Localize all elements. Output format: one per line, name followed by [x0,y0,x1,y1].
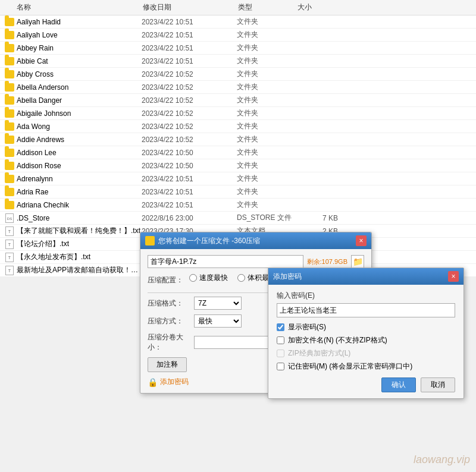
file-manager: 名称 修改日期 类型 大小 Aaliyah Hadid 2023/4/22 10… [0,0,476,262]
file-type: 文件夹 [237,187,296,197]
volume-select[interactable] [194,336,277,349]
file-name: 最新地址及APP请发邮箱自动获取！！！... [17,265,142,275]
file-name: Adrenalynn [17,175,142,183]
zip-dialog-close-button[interactable]: × [356,235,367,246]
folder-icon [5,136,14,144]
table-row[interactable]: Adria Rae 2023/4/22 10:51 文件夹 [0,185,476,199]
zip-encrypt-label: ZIP经典加密方式(L) [288,348,350,358]
remember-password-label: 记住密码(M) (将会显示正常密码弹口中) [288,361,412,372]
format-label: 压缩格式： [148,298,189,309]
filename-input[interactable] [148,255,303,268]
table-row[interactable]: Abigaile Johnson 2023/4/22 10:52 文件夹 [0,107,476,120]
encrypt-filename-row: 加密文件名(N) (不支持ZIP格式) [277,335,455,345]
file-date: 2023/4/22 10:52 [142,83,237,92]
file-name: .DS_Store [17,214,142,222]
password-dialog-titlebar: 添加密码 × [268,268,464,285]
radio-fastest-input[interactable] [189,274,197,282]
table-row[interactable]: Aaliyah Hadid 2023/4/22 10:51 文件夹 [0,15,476,29]
file-type: DS_STORE 文件 [237,213,296,223]
show-password-checkbox[interactable] [277,323,284,331]
password-input[interactable] [277,303,455,317]
table-row[interactable]: Aaliyah Love 2023/4/22 10:51 文件夹 [0,29,476,42]
file-date: 2022/8/16 23:00 [142,214,237,222]
file-type: 文件夹 [237,69,296,79]
file-name: Adriana Chechik [17,201,142,209]
file-name: Abella Danger [17,96,142,105]
table-row[interactable]: Abbey Rain 2023/4/22 10:51 文件夹 [0,42,476,55]
table-row[interactable]: Addison Rose 2023/4/22 10:50 文件夹 [0,159,476,172]
file-date: 2023/4/22 10:51 [142,201,237,209]
radio-smallest-input[interactable] [237,274,245,282]
header-size: 大小 [298,2,345,12]
folder-icon [5,96,14,105]
remember-password-checkbox[interactable] [277,363,284,370]
zip-encrypt-row: ZIP经典加密方式(L) [277,348,455,358]
file-name: 【永久地址发布页】.txt [17,252,142,262]
encrypt-filename-checkbox[interactable] [277,336,284,344]
folder-icon [5,149,14,157]
confirm-button[interactable]: 确认 [381,377,416,392]
table-row[interactable]: Abella Anderson 2023/4/22 10:52 文件夹 [0,81,476,94]
file-type: 文件夹 [237,134,296,144]
file-type: 文件夹 [237,161,296,171]
table-row[interactable]: Ada Wong 2023/4/22 10:52 文件夹 [0,120,476,133]
table-row[interactable]: Addie Andrews 2023/4/22 10:52 文件夹 [0,133,476,146]
file-type: 文件夹 [237,121,296,131]
folder-icon [5,109,14,118]
show-password-row: 显示密码(S) [277,322,455,332]
file-date: 2023/4/22 10:52 [142,70,237,78]
table-row[interactable]: Adrenalynn 2023/4/22 10:51 文件夹 [0,172,476,185]
format-select[interactable]: 7Z ZIP [194,297,242,310]
volume-label: 压缩分卷大小： [148,332,189,353]
file-date: 2023/4/22 10:52 [142,136,237,144]
file-icon: DS [5,213,14,223]
file-date: 2023/4/22 10:51 [142,175,237,183]
file-date: 2023/4/22 10:52 [142,109,237,118]
add-password-label: 添加密码 [160,377,189,387]
file-name: Abigaile Johnson [17,109,142,118]
folder-icon [5,175,14,183]
file-type: 文件夹 [237,200,296,210]
table-row[interactable]: Addison Lee 2023/4/22 10:50 文件夹 [0,146,476,159]
table-row[interactable]: Abbie Cat 2023/4/22 10:51 文件夹 [0,55,476,68]
table-header: 名称 修改日期 类型 大小 [0,0,476,15]
disk-icon-button[interactable]: 📁 [351,255,364,268]
file-date: 2023/4/22 10:51 [142,57,237,65]
folder-icon [5,18,14,26]
zip-dialog-title-left: 您将创建一个压缩文件 -360压缩 [145,236,260,246]
txt-icon: T [5,226,14,236]
password-dialog-close-button[interactable]: × [448,271,459,282]
file-date: 2023/4/22 10:51 [142,31,237,39]
cancel-button[interactable]: 取消 [421,377,455,392]
folder-icon [5,188,14,196]
file-name: Abella Anderson [17,83,142,92]
file-name: Addie Andrews [17,136,142,144]
header-date: 修改日期 [143,2,238,12]
header-type: 类型 [238,2,298,12]
radio-fastest[interactable]: 速度最快 [189,273,228,283]
file-name: Adria Rae [17,188,142,196]
folder-icon [5,201,14,209]
file-date: 2023/4/22 10:52 [142,96,237,105]
file-name: Abbey Rain [17,44,142,52]
file-name: Aaliyah Hadid [17,18,142,26]
remember-password-row: 记住密码(M) (将会显示正常密码弹口中) [277,361,455,372]
table-row[interactable]: Abby Cross 2023/4/22 10:52 文件夹 [0,68,476,81]
file-name: 【来了就能下载和观看！纯免费！】.txt [17,226,142,236]
password-dialog-body: 输入密码(E) 显示密码(S) 加密文件名(N) (不支持ZIP格式) ZIP经… [268,285,464,398]
table-row[interactable]: DS .DS_Store 2022/8/16 23:00 DS_STORE 文件… [0,212,476,225]
file-type: 文件夹 [237,147,296,158]
file-date: 2023/4/22 10:52 [142,122,237,131]
folder-icon [5,70,14,78]
file-name: Abbie Cat [17,57,142,65]
folder-icon [5,122,14,131]
lock-icon: 🔒 [148,377,158,387]
comment-button[interactable]: 加注释 [148,357,187,372]
storage-info: 剩余:107.9GB [307,257,347,266]
password-dialog: 添加密码 × 输入密码(E) 显示密码(S) 加密文件名(N) (不支持ZIP格… [268,268,464,399]
table-row[interactable]: Adriana Chechik 2023/4/22 10:51 文件夹 [0,199,476,212]
file-name: Addison Rose [17,162,142,170]
method-select[interactable]: 最快 标准 [194,314,242,328]
table-row[interactable]: Abella Danger 2023/4/22 10:52 文件夹 [0,94,476,107]
pwd-input-label: 输入密码(E) [277,291,455,301]
